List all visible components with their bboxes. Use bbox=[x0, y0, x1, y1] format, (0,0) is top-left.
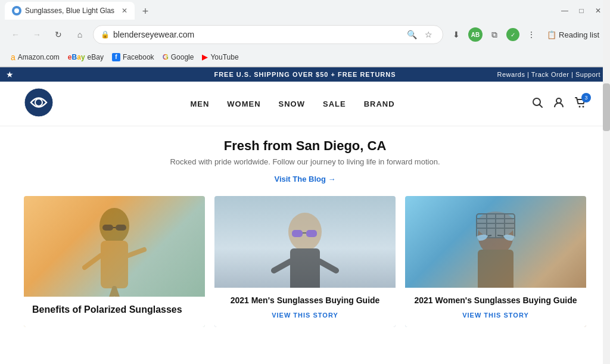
visit-blog-link[interactable]: Visit The Blog → bbox=[274, 175, 335, 183]
browser-icons: ⬇ AB ⧉ ✓ ⋮ 📋 Reading list bbox=[448, 26, 603, 43]
new-tab-button[interactable]: + bbox=[137, 3, 154, 20]
bookmark-facebook-label: Facebook bbox=[123, 53, 154, 61]
profile-icon[interactable]: AB bbox=[468, 27, 483, 42]
facebook-icon: f bbox=[112, 53, 120, 61]
header-icons: 3 bbox=[531, 97, 586, 111]
reading-list-label: Reading list bbox=[559, 30, 599, 39]
svg-line-11 bbox=[85, 256, 101, 267]
google-icon: G bbox=[163, 52, 169, 61]
back-button[interactable]: ← bbox=[7, 26, 24, 43]
nav-sale[interactable]: SALE bbox=[323, 99, 346, 108]
forward-button[interactable]: → bbox=[29, 26, 45, 43]
svg-line-12 bbox=[128, 250, 144, 256]
svg-point-0 bbox=[24, 88, 53, 117]
svg-rect-23 bbox=[306, 230, 317, 237]
card-2-caption: 2021 Men's Sunglasses Buying Guide VIEW … bbox=[214, 288, 396, 327]
svg-rect-22 bbox=[292, 230, 303, 237]
card-3-link[interactable]: VIEW THIS STORY bbox=[462, 312, 529, 319]
profile-initials: AB bbox=[471, 32, 480, 38]
reading-list-icon: 📋 bbox=[547, 30, 556, 39]
bookmark-youtube-label: YouTube bbox=[210, 53, 238, 61]
blog-card-1: Benefits of Polarized Sunglasses bbox=[24, 196, 205, 327]
svg-line-3 bbox=[540, 104, 543, 107]
tab-close-button[interactable]: ✕ bbox=[122, 7, 127, 15]
svg-line-38 bbox=[497, 235, 503, 236]
bookmark-google[interactable]: G Google bbox=[159, 51, 198, 63]
svg-rect-14 bbox=[116, 225, 126, 231]
browser-chrome: Sunglasses, Blue Light Glasses & ✕ + — □… bbox=[0, 0, 610, 67]
promo-banner: ★ FREE U.S. SHIPPING OVER $50 + FREE RET… bbox=[0, 67, 610, 82]
blog-title: Fresh from San Diego, CA bbox=[24, 138, 586, 154]
bookmarks-bar: a Amazon.com eBay eBay f Facebook G Goog… bbox=[0, 48, 610, 67]
bookmark-star-icon[interactable]: ☆ bbox=[421, 27, 435, 42]
bookmark-amazon-label: Amazon.com bbox=[18, 53, 60, 61]
promo-star: ★ bbox=[6, 70, 14, 79]
amazon-icon: a bbox=[11, 52, 15, 62]
site-nav: MEN WOMEN SNOW SALE BRAND bbox=[190, 99, 394, 108]
svg-line-20 bbox=[274, 262, 290, 270]
reload-button[interactable]: ↻ bbox=[50, 26, 67, 43]
blog-card-2: 2021 Men's Sunglasses Buying Guide VIEW … bbox=[214, 196, 396, 327]
bookmark-ebay[interactable]: eBay eBay bbox=[64, 52, 107, 63]
window-controls: — □ ✕ bbox=[558, 4, 605, 18]
nav-brand[interactable]: BRAND bbox=[364, 99, 395, 108]
svg-rect-8 bbox=[101, 241, 128, 288]
cart-badge: 3 bbox=[581, 93, 591, 102]
extensions-icon[interactable]: ⧉ bbox=[486, 26, 503, 43]
promo-text: FREE U.S. SHIPPING OVER $50 + FREE RETUR… bbox=[214, 71, 396, 78]
nav-snow[interactable]: SNOW bbox=[279, 99, 305, 108]
bookmark-google-label: Google bbox=[171, 53, 194, 61]
svg-point-6 bbox=[583, 105, 584, 107]
tab-title: Sunglasses, Blue Light Glasses & bbox=[25, 7, 114, 15]
ebay-icon: eBay bbox=[68, 53, 85, 61]
svg-line-21 bbox=[320, 262, 336, 270]
url-text: blenderseyewear.com bbox=[113, 30, 401, 39]
svg-point-4 bbox=[556, 98, 561, 103]
svg-rect-13 bbox=[102, 225, 113, 231]
home-button[interactable]: ⌂ bbox=[71, 26, 88, 43]
bookmark-youtube[interactable]: ▶ YouTube bbox=[198, 51, 242, 63]
scrollbar-thumb[interactable] bbox=[603, 83, 610, 131]
card-2-link[interactable]: VIEW THIS STORY bbox=[272, 312, 338, 319]
card-3-title: 2021 Women's Sunglasses Buying Guide bbox=[413, 295, 578, 306]
website-content: ★ FREE U.S. SHIPPING OVER $50 + FREE RET… bbox=[0, 67, 610, 364]
scrollbar-track[interactable] bbox=[603, 0, 610, 364]
card-1-title: Benefits of Polarized Sunglasses bbox=[32, 304, 197, 316]
active-tab[interactable]: Sunglasses, Blue Light Glasses & ✕ bbox=[5, 2, 135, 20]
svg-point-5 bbox=[579, 105, 581, 107]
account-button[interactable] bbox=[553, 97, 565, 111]
reading-list-button[interactable]: 📋 Reading list bbox=[543, 29, 603, 41]
card-2-title: 2021 Men's Sunglasses Buying Guide bbox=[223, 295, 387, 306]
url-bar[interactable]: 🔒 blenderseyewear.com 🔍 ☆ bbox=[93, 25, 443, 44]
tab-bar: Sunglasses, Blue Light Glasses & ✕ + bbox=[5, 2, 558, 20]
search-button[interactable] bbox=[531, 97, 543, 111]
card-1-caption: Benefits of Polarized Sunglasses bbox=[24, 297, 205, 327]
card-3-caption: 2021 Women's Sunglasses Buying Guide VIE… bbox=[405, 288, 586, 327]
bookmark-ebay-label: eBay bbox=[88, 53, 104, 61]
blog-card-3: 2021 Women's Sunglasses Buying Guide VIE… bbox=[405, 196, 586, 327]
security-icon: 🔒 bbox=[101, 30, 110, 39]
maximize-button[interactable]: □ bbox=[574, 4, 589, 18]
site-header: MEN WOMEN SNOW SALE BRAND bbox=[0, 82, 610, 126]
nav-women[interactable]: WOMEN bbox=[227, 99, 260, 108]
shield-icon[interactable]: ✓ bbox=[506, 28, 519, 41]
bookmark-amazon[interactable]: a Amazon.com bbox=[7, 51, 63, 63]
tab-favicon bbox=[12, 6, 21, 15]
title-bar: Sunglasses, Blue Light Glasses & ✕ + — □… bbox=[0, 0, 610, 21]
blog-subtitle: Rocked with pride worldwide. Follow our … bbox=[24, 157, 586, 166]
minimize-button[interactable]: — bbox=[558, 4, 572, 18]
url-actions: 🔍 ☆ bbox=[404, 27, 435, 42]
promo-links[interactable]: Rewards | Track Order | Support bbox=[497, 71, 600, 78]
address-bar: ← → ↻ ⌂ 🔒 blenderseyewear.com 🔍 ☆ ⬇ AB ⧉… bbox=[0, 21, 610, 48]
search-icon[interactable]: 🔍 bbox=[404, 27, 419, 42]
svg-line-37 bbox=[488, 235, 491, 236]
menu-icon[interactable]: ⋮ bbox=[523, 26, 540, 43]
bookmark-facebook[interactable]: f Facebook bbox=[108, 52, 158, 63]
site-logo[interactable] bbox=[24, 88, 54, 120]
download-icon[interactable]: ⬇ bbox=[448, 26, 465, 43]
cart-button[interactable]: 3 bbox=[574, 97, 586, 111]
youtube-icon: ▶ bbox=[202, 52, 208, 61]
blog-cards: Benefits of Polarized Sunglasses bbox=[0, 190, 610, 327]
blog-section-header: Fresh from San Diego, CA Rocked with pri… bbox=[0, 126, 610, 190]
nav-men[interactable]: MEN bbox=[190, 99, 209, 108]
